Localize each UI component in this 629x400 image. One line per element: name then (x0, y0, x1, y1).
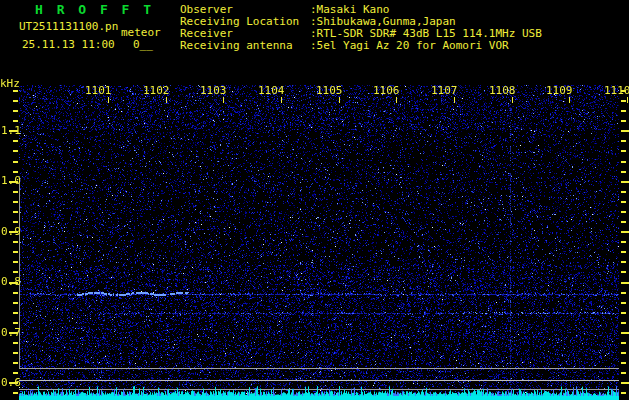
freq-tick-right (621, 382, 629, 384)
freq-tick-left (13, 292, 18, 294)
freq-tick-right (621, 191, 626, 193)
observation-datetime: 25.11.13 11:00 (22, 39, 115, 51)
time-tick (339, 97, 340, 103)
freq-tick-left (9, 231, 18, 233)
freq-unit-label: kHz (0, 78, 20, 90)
time-tick (223, 97, 224, 103)
freq-tick-right (621, 100, 626, 102)
time-tick (512, 97, 513, 103)
freq-tick-left (13, 241, 18, 243)
freq-tick-left (13, 150, 18, 152)
freq-tick-right (621, 292, 626, 294)
freq-tick-left (13, 322, 18, 324)
freq-tick-right (621, 231, 629, 233)
freq-tick-left (13, 211, 18, 213)
freq-tick-left (13, 100, 18, 102)
freq-tick-left (13, 140, 18, 142)
freq-tick-left (13, 201, 18, 203)
time-axis-label: 1108 (489, 84, 516, 97)
time-tick (627, 97, 628, 103)
freq-tick-left (13, 352, 18, 354)
echo-count: 0__ (133, 39, 153, 51)
freq-tick-left (13, 191, 18, 193)
freq-tick-left (13, 120, 18, 122)
time-axis-label: 1109 (546, 84, 573, 97)
freq-tick-left (13, 362, 18, 364)
time-axis-label: 1107 (431, 84, 458, 97)
time-axis-label: 1103 (200, 84, 227, 97)
freq-tick-left (13, 312, 18, 314)
freq-tick-right (621, 181, 629, 183)
freq-tick-left (13, 392, 18, 394)
freq-tick-right (621, 161, 626, 163)
freq-tick-left (13, 261, 18, 263)
freq-tick-right (621, 171, 626, 173)
time-axis-label: 1101 (85, 84, 112, 97)
spectrogram-canvas (19, 85, 619, 400)
freq-tick-left (13, 251, 18, 253)
info-label: Receiving antenna (180, 40, 310, 52)
freq-tick-right (621, 130, 629, 132)
freq-tick-right (621, 352, 626, 354)
time-axis-label: 1106 (373, 84, 400, 97)
freq-tick-right (621, 251, 626, 253)
freq-tick-right (621, 140, 626, 142)
freq-tick-right (621, 120, 626, 122)
freq-tick-right (621, 342, 626, 344)
freq-tick-left (13, 302, 18, 304)
freq-tick-right (621, 282, 629, 284)
freq-tick-right (621, 90, 626, 92)
freq-tick-left (13, 372, 18, 374)
freq-tick-right (621, 312, 626, 314)
output-filename: UT2511131100.pn (19, 21, 118, 33)
freq-tick-left (13, 271, 18, 273)
freq-tick-right (621, 302, 626, 304)
freq-tick-right (621, 362, 626, 364)
freq-tick-left (9, 382, 18, 384)
freq-tick-right (621, 392, 626, 394)
info-row: Receiving antenna:5el Yagi Az 20 for Aom… (180, 40, 509, 52)
time-axis-label: 1104 (258, 84, 285, 97)
time-axis-label: 1105 (316, 84, 343, 97)
freq-tick-left (13, 161, 18, 163)
time-tick (454, 97, 455, 103)
time-tick (281, 97, 282, 103)
freq-tick-right (621, 372, 626, 374)
time-tick (166, 97, 167, 103)
freq-tick-left (9, 130, 18, 132)
hrofft-window: H R O F F T UT2511131100.pn meteor 25.11… (0, 0, 629, 400)
freq-tick-right (621, 211, 626, 213)
time-axis-label: 1102 (143, 84, 170, 97)
time-tick (108, 97, 109, 103)
freq-tick-left (13, 90, 18, 92)
info-value: :5el Yagi Az 20 for Aomori VOR (310, 39, 509, 52)
freq-tick-left (9, 181, 18, 183)
freq-tick-left (9, 332, 18, 334)
freq-tick-right (621, 110, 626, 112)
freq-tick-right (621, 221, 626, 223)
freq-tick-left (13, 221, 18, 223)
freq-tick-right (621, 241, 626, 243)
time-tick (569, 97, 570, 103)
freq-tick-left (9, 282, 18, 284)
freq-tick-left (13, 171, 18, 173)
freq-tick-right (621, 332, 629, 334)
freq-tick-left (13, 342, 18, 344)
app-title: H R O F F T (35, 4, 154, 16)
freq-tick-right (621, 322, 626, 324)
freq-tick-right (621, 271, 626, 273)
freq-tick-right (621, 261, 626, 263)
freq-tick-left (13, 110, 18, 112)
time-tick (396, 97, 397, 103)
freq-tick-right (621, 201, 626, 203)
freq-tick-right (621, 150, 626, 152)
